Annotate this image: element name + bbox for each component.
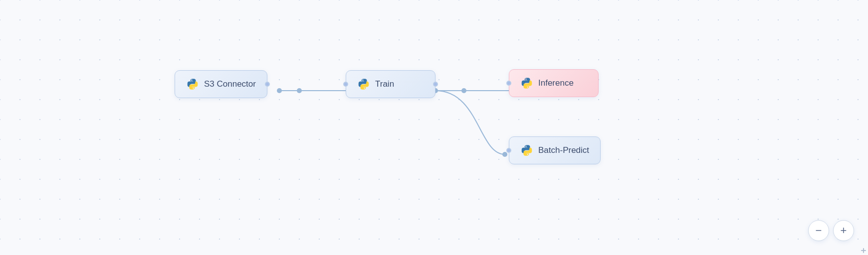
port-left-train[interactable] [343,82,348,87]
node-inference[interactable]: Inference [509,69,599,97]
node-train[interactable]: Train [346,70,435,98]
node-inference-label: Inference [538,78,574,88]
zoom-out-button[interactable]: − [808,220,829,241]
python-icon-batch [520,144,533,157]
node-s3-connector[interactable]: S3 Connector [175,70,267,98]
python-icon-inference [520,77,533,90]
node-batch-predict-label: Batch-Predict [538,145,589,155]
port-right-train[interactable] [433,82,438,87]
port-right-connector[interactable] [265,82,270,87]
zoom-in-button[interactable]: + [833,220,854,241]
resize-handle[interactable] [859,246,866,253]
zoom-controls: − + [808,220,854,241]
node-train-label: Train [375,79,394,89]
node-batch-predict[interactable]: Batch-Predict [509,136,601,164]
python-icon-train [357,78,370,91]
port-left-batch[interactable] [506,148,511,153]
port-left-inference[interactable] [506,81,511,86]
python-icon [186,78,199,91]
canvas-background [0,0,868,255]
node-s3-connector-label: S3 Connector [204,79,256,89]
